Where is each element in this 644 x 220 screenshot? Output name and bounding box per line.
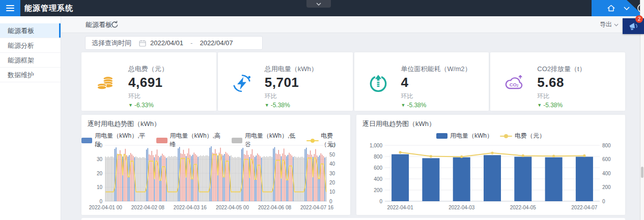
kpi-value: 5,701: [265, 75, 318, 90]
kpi-change-value: -6.33%: [134, 102, 154, 109]
svg-text:800: 800: [602, 143, 611, 148]
svg-text:1,000: 1,000: [370, 143, 382, 148]
home-icon[interactable]: [607, 4, 615, 12]
daily-usage-chart[interactable]: 02004006008001,00002004006008002022-04-0…: [362, 141, 619, 212]
end-date-value[interactable]: 2022/04/07: [200, 39, 233, 47]
svg-text:40: 40: [97, 143, 103, 148]
daily-usage-chart-card: 逐日用电趋势图（kWh） 用电量（kWh） 电费（元） 020040060080…: [356, 115, 625, 215]
co2-cloud-icon: CO2: [503, 73, 525, 94]
hourly-usage-chart[interactable]: 01020304001020304050602022-04-01 002022-…: [88, 141, 344, 212]
svg-text:10: 10: [97, 184, 103, 190]
svg-text:2022-04-06 08: 2022-04-06 08: [258, 205, 291, 210]
coins-icon: [95, 73, 116, 94]
scrollbar-handle[interactable]: [641, 167, 643, 178]
kpi-value: 4,691: [128, 75, 168, 90]
svg-text:20: 20: [97, 171, 103, 176]
top-navbar: 能源管理系统: [0, 0, 644, 16]
triangle-down-icon: ▼: [537, 103, 542, 108]
notification-button[interactable]: 2: [623, 18, 644, 34]
kpi-card-total-electricity-fee: 总电费（元） 4,691 环比 ▼ -6.33%: [81, 52, 216, 111]
svg-text:40: 40: [329, 161, 335, 167]
kpi-change-value: -5.38%: [407, 102, 426, 109]
calendar-icon: [139, 40, 146, 47]
svg-text:400: 400: [602, 171, 611, 176]
kpi-card-total-electricity-usage: 总用电量（kWh） 5,701 环比 ▼ -5.38%: [218, 52, 353, 111]
kpi-compare-label: 环比: [537, 92, 585, 101]
triangle-down-icon: ▼: [401, 103, 406, 108]
start-date-value[interactable]: 2022/04/01: [150, 39, 183, 47]
kpi-change-value: -5.38%: [271, 102, 290, 109]
chart-legend: 用电量（kWh） 电费（元）: [356, 132, 625, 140]
navbar-right-actions: [592, 0, 644, 16]
legend-item-fee[interactable]: 电费（元）: [500, 132, 545, 140]
svg-text:800: 800: [374, 154, 382, 160]
kpi-compare-label: 环比: [401, 92, 471, 101]
date-separator: -: [190, 39, 192, 47]
kpi-compare-label: 环比: [265, 92, 318, 101]
notification-badge: 2: [635, 15, 643, 23]
svg-text:0: 0: [602, 199, 605, 204]
kpi-label: 总用电量（kWh）: [265, 65, 318, 74]
kpi-compare-label: 环比: [128, 92, 168, 101]
next-panel-edge: [81, 218, 625, 220]
megaphone-icon: [628, 22, 638, 31]
svg-text:20: 20: [329, 180, 335, 185]
hourly-usage-chart-card: 逐时用电趋势图（kWh） 用电量（kWh）,平段 用电量（kWh）,高峰 用电量…: [81, 115, 350, 215]
export-button[interactable]: 导出: [600, 16, 619, 33]
menu-toggle-button[interactable]: [0, 0, 20, 16]
tab-bar: 能源看板 导出: [61, 16, 640, 33]
svg-text:200: 200: [602, 184, 611, 190]
legend-label: 用电量（kWh）: [450, 132, 493, 140]
kpi-card-energy-per-area: 单位面积能耗（W/m2） 4 环比 ▼ -5.38%: [354, 52, 489, 111]
svg-text:2022-04-01: 2022-04-01: [387, 205, 414, 210]
energy-dashboard-page: { "navbar": { "title": "能源管理系统" }, "side…: [0, 0, 644, 220]
sidebar-item-energy-analysis[interactable]: 能源分析: [0, 38, 61, 53]
svg-text:2022-04-01 00: 2022-04-01 00: [89, 205, 122, 210]
app-title: 能源管理系统: [24, 0, 73, 16]
chevron-down-icon[interactable]: [624, 7, 630, 10]
sidebar-item-energy-dashboard[interactable]: 能源看板: [0, 23, 61, 38]
kpi-change: ▼ -5.38%: [401, 102, 471, 109]
svg-text:2022-04-05: 2022-04-05: [510, 205, 537, 210]
date-range-values[interactable]: 2022/04/01 - 2022/04/07: [150, 39, 233, 47]
sidebar: 能源看板 能源分析 能源框架 数据维护: [0, 16, 61, 220]
svg-text:50: 50: [329, 152, 335, 158]
kpi-change-value: -5.38%: [543, 102, 563, 109]
main-content: 能源看板 导出 选择查询时间 2022/04/01 - 2022/04/07: [61, 16, 640, 220]
svg-text:2022-04-07: 2022-04-07: [571, 205, 598, 210]
svg-text:2022-04-05 00: 2022-04-05 00: [216, 205, 249, 210]
export-label: 导出: [600, 16, 612, 33]
kpi-label: CO2排放量（t）: [537, 65, 585, 74]
svg-text:30: 30: [97, 156, 103, 162]
sidebar-item-energy-framework[interactable]: 能源框架: [0, 53, 61, 68]
svg-text:200: 200: [374, 187, 382, 193]
date-range-picker[interactable]: 选择查询时间 2022/04/01 - 2022/04/07: [85, 36, 263, 50]
lightning-icon: [231, 73, 253, 94]
kpi-change: ▼ -5.38%: [265, 102, 318, 109]
svg-text:400: 400: [374, 176, 382, 182]
tab-energy-dashboard[interactable]: 能源看板: [86, 16, 112, 33]
chart-title: 逐时用电趋势图（kWh）: [88, 119, 160, 129]
hamburger-icon: [6, 4, 15, 12]
svg-text:2022-04-02 08: 2022-04-02 08: [131, 205, 164, 210]
navbar-collapse-tab[interactable]: [306, 0, 331, 8]
refresh-icon[interactable]: [111, 21, 119, 28]
svg-text:2022-04-07 16: 2022-04-07 16: [300, 205, 333, 210]
chevron-down-icon: [316, 3, 321, 6]
arrow-up-circle-icon: [368, 73, 389, 94]
legend-item-usage[interactable]: 用电量（kWh）: [436, 132, 493, 140]
kpi-change: ▼ -6.33%: [128, 102, 168, 109]
kpi-value: 4: [401, 75, 471, 90]
legend-label: 电费（元）: [515, 132, 545, 140]
triangle-down-icon: ▼: [265, 103, 269, 108]
kpi-cards-row: 总电费（元） 4,691 环比 ▼ -6.33% 总用电量（kWh）: [81, 52, 625, 111]
svg-text:30: 30: [329, 171, 335, 176]
svg-text:2022-04-03 16: 2022-04-03 16: [174, 205, 207, 210]
chevron-down-icon: [614, 23, 619, 26]
sidebar-item-data-maintenance[interactable]: 数据维护: [0, 68, 61, 82]
svg-text:0: 0: [379, 199, 382, 204]
svg-text:60: 60: [329, 143, 335, 148]
svg-text:10: 10: [329, 189, 335, 195]
svg-text:0: 0: [329, 199, 332, 204]
kpi-label: 总电费（元）: [128, 65, 168, 74]
